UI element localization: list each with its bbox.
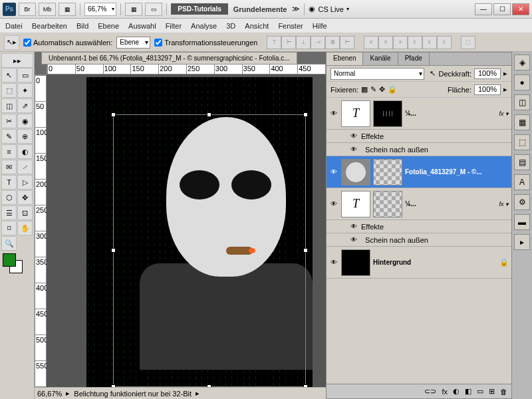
workspace-tutorials[interactable]: PSD-Tutorials [171, 3, 227, 15]
visibility-icon[interactable]: 👁 [329, 168, 338, 176]
layer-mask[interactable] [373, 191, 402, 217]
panel-tab-pfade[interactable]: Pfade [398, 53, 430, 65]
panel-action-icon[interactable]: 🗑 [500, 388, 507, 396]
visibility-icon[interactable]: 👁 [329, 259, 338, 266]
layer-row[interactable]: 👁Fotolia_4813297_M - ©... [327, 156, 511, 188]
layer-row[interactable]: 👁Hintergrund🔒 [327, 247, 511, 279]
close-button[interactable]: ✕ [512, 3, 529, 15]
tool-16[interactable]: ⬡ [1, 190, 17, 205]
dist-btn[interactable]: ≡ [393, 36, 408, 49]
arrange-button[interactable]: ▦ [59, 3, 76, 16]
tool-13[interactable]: ⟋ [17, 160, 33, 174]
dist-btn[interactable]: ⫴ [422, 36, 437, 49]
panel-action-icon[interactable]: ◐ [453, 387, 460, 396]
dock-panel-icon[interactable]: ⚙ [514, 194, 530, 210]
dock-panel-icon[interactable]: ⬚ [514, 134, 530, 150]
minibridge-button[interactable]: Mb [39, 3, 56, 16]
dist-btn[interactable]: ⫴ [437, 36, 452, 49]
zoom-dropdown[interactable]: 66,7% [84, 3, 116, 16]
layer-row[interactable]: 👁T| | | |¼...fx ▾ [327, 98, 511, 130]
transform-checkbox[interactable] [154, 39, 162, 47]
tool-21[interactable]: ✋ [17, 221, 33, 235]
tool-10[interactable]: ≡ [1, 144, 17, 159]
tool-3[interactable]: ✦ [17, 83, 33, 98]
document-tab[interactable]: Unbenannt-1 bei 66,7% (Fotolia_4813297_M… [41, 52, 297, 65]
panel-action-icon[interactable]: ⊞ [489, 387, 495, 396]
tool-20[interactable]: ⌑ [1, 221, 17, 235]
align-btn[interactable]: ⊞ [325, 36, 340, 49]
layer-name[interactable]: ¼... [405, 110, 496, 117]
menu-3d[interactable]: 3D [226, 22, 235, 30]
tool-8[interactable]: ✎ [1, 129, 17, 144]
layer-thumb[interactable]: T [341, 191, 370, 217]
layer-row[interactable]: 👁T¼...fx ▾ [327, 188, 511, 220]
menu-auswahl[interactable]: Auswahl [128, 22, 156, 30]
lock-pos-icon[interactable]: ✥ [379, 85, 385, 94]
lock-trans-icon[interactable]: ▩ [361, 85, 368, 94]
tool-6[interactable]: ✂ [1, 114, 17, 128]
layer-name[interactable]: Hintergrund [373, 259, 497, 266]
panel-action-icon[interactable]: fx [442, 388, 448, 396]
panel-tab-ebenen[interactable]: Ebenen [327, 53, 363, 65]
status-zoom[interactable]: 66,67% [37, 390, 62, 398]
layer-thumb[interactable]: T [341, 100, 370, 127]
lock-pixels-icon[interactable]: ✎ [370, 85, 376, 94]
visibility-icon[interactable]: 👁 [329, 200, 338, 207]
tool-19[interactable]: ⊡ [17, 205, 33, 220]
tool-12[interactable]: ✉ [1, 160, 17, 174]
chevron-right-icon[interactable]: ≫ [292, 5, 300, 13]
chevron-down-icon[interactable]: ▾ [346, 6, 349, 12]
tool-7[interactable]: ◉ [17, 114, 33, 128]
transform-box[interactable] [113, 114, 306, 387]
dock-panel-icon[interactable]: ◫ [514, 94, 530, 110]
layer-effect[interactable]: 👁Effekte [327, 130, 511, 143]
dist-btn[interactable]: ⫴ [408, 36, 422, 49]
layer-effect[interactable]: 👁Effekte [327, 220, 511, 233]
lock-all-icon[interactable]: 🔒 [388, 85, 397, 94]
panel-tab-kanäle[interactable]: Kanäle [363, 53, 398, 65]
layer-thumb[interactable] [341, 249, 370, 276]
menu-fenster[interactable]: Fenster [278, 22, 303, 30]
dock-panel-icon[interactable]: ▬ [514, 214, 530, 230]
menu-hilfe[interactable]: Hilfe [313, 22, 327, 30]
auto-align-button[interactable]: ⬚ [461, 36, 475, 49]
visibility-icon[interactable]: 👁 [329, 110, 338, 117]
align-btn[interactable]: ⊢ [340, 36, 354, 49]
tool-11[interactable]: ◐ [17, 144, 33, 159]
dock-panel-icon[interactable]: A [514, 174, 530, 190]
tool-0[interactable]: ↖ [1, 68, 17, 82]
tool-9[interactable]: ⊕ [17, 129, 33, 144]
tool-14[interactable]: T [1, 175, 17, 190]
layer-effect[interactable]: 👁 Schein nach außen [327, 143, 511, 156]
menu-bearbeiten[interactable]: Bearbeiten [32, 22, 67, 30]
menu-filter[interactable]: Filter [166, 22, 182, 30]
tool-collapse[interactable]: ▸▸ [1, 53, 33, 68]
tool-1[interactable]: ▭ [17, 68, 33, 82]
grid-button[interactable]: ▦ [125, 3, 142, 16]
layer-thumb[interactable] [341, 159, 370, 186]
tool-2[interactable]: ⬚ [1, 83, 17, 98]
proof-button[interactable]: ▭ [145, 3, 162, 16]
panel-action-icon[interactable]: ⊂⊃ [424, 387, 436, 396]
align-btn[interactable]: ⊥ [296, 36, 311, 49]
panel-action-icon[interactable]: ▭ [477, 387, 483, 396]
menu-ansicht[interactable]: Ansicht [245, 22, 269, 30]
tool-5[interactable]: ⇗ [17, 98, 33, 113]
dist-btn[interactable]: ≡ [364, 36, 378, 49]
auto-select-target[interactable]: Ebene [116, 37, 150, 49]
workspace-grund[interactable]: Grundelemente [231, 5, 290, 13]
maximize-button[interactable]: ☐ [493, 3, 511, 15]
dock-panel-icon[interactable]: ◈ [514, 55, 530, 70]
align-btn[interactable]: ⊣ [311, 36, 325, 49]
tool-4[interactable]: ◫ [1, 98, 17, 113]
blend-mode-dropdown[interactable]: Normal [331, 68, 424, 80]
fill-field[interactable]: 100% [474, 84, 501, 95]
minimize-button[interactable]: — [475, 3, 492, 15]
dock-panel-icon[interactable]: ▸ [514, 234, 530, 250]
layer-name[interactable]: ¼... [405, 200, 496, 207]
layer-mask[interactable] [373, 159, 402, 186]
layer-name[interactable]: Fotolia_4813297_M - ©... [405, 168, 509, 176]
tool-17[interactable]: ✥ [17, 190, 33, 205]
auto-select-checkbox[interactable] [23, 39, 31, 47]
fg-swatch[interactable] [3, 253, 16, 267]
